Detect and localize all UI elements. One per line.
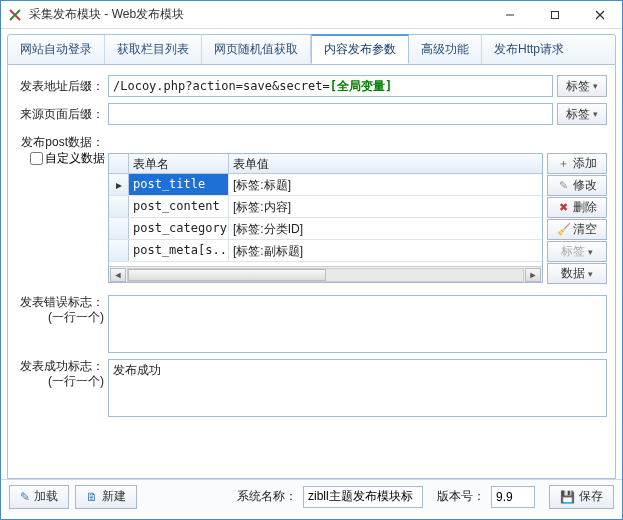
- error-flag-label: 发表错误标志： (一行一个): [16, 295, 108, 325]
- delete-button[interactable]: ✖ 删除: [547, 197, 607, 218]
- titlebar: 采集发布模块 - Web发布模块: [1, 1, 622, 29]
- grid-side-buttons: ＋ 添加 ✎ 修改 ✖ 删除 🧹 清空: [547, 153, 607, 285]
- row-field-name[interactable]: post_meta[s...: [129, 240, 229, 261]
- publish-url-suffix-label: 发表地址后缀：: [16, 75, 108, 95]
- tab-5[interactable]: 发布Http请求: [482, 35, 576, 64]
- window-title: 采集发布模块 - Web发布模块: [29, 6, 487, 23]
- success-flag-label: 发表成功标志： (一行一个): [16, 359, 108, 389]
- row-field-name[interactable]: post_category: [129, 218, 229, 239]
- row-custom-data: 自定义数据: [16, 149, 108, 168]
- scroll-left-icon[interactable]: ◄: [110, 268, 126, 282]
- tab-4[interactable]: 高级功能: [409, 35, 482, 64]
- tags-side-button[interactable]: 标签 ▾: [547, 241, 607, 262]
- scroll-thumb[interactable]: [128, 269, 326, 281]
- grid-horizontal-scrollbar[interactable]: ◄ ►: [109, 266, 542, 282]
- publish-url-suffix-value-pre: /Locoy.php?action=save&secret=: [113, 79, 330, 93]
- table-row[interactable]: post_content[标签:内容]: [109, 196, 542, 218]
- add-button[interactable]: ＋ 添加: [547, 153, 607, 174]
- tabs-container: 网站自动登录获取栏目列表网页随机值获取内容发布参数高级功能发布Http请求 发表…: [1, 29, 622, 479]
- tab-1[interactable]: 获取栏目列表: [105, 35, 202, 64]
- tab-0[interactable]: 网站自动登录: [8, 35, 105, 64]
- load-button[interactable]: ✎ 加载: [9, 485, 69, 509]
- tab-2[interactable]: 网页随机值获取: [202, 35, 311, 64]
- row-referer-suffix: 来源页面后缀： 标签▾: [16, 103, 607, 125]
- maximize-button[interactable]: [532, 1, 577, 28]
- app-icon: [7, 7, 23, 23]
- scroll-right-icon[interactable]: ►: [525, 268, 541, 282]
- tags-dropdown-2[interactable]: 标签▾: [557, 103, 607, 125]
- minimize-button[interactable]: [487, 1, 532, 28]
- grid-header-value[interactable]: 表单值: [229, 154, 542, 173]
- publish-url-suffix-input[interactable]: /Locoy.php?action=save&secret=[全局变量]: [108, 75, 553, 97]
- grid-header-name[interactable]: 表单名: [129, 154, 229, 173]
- window-buttons: [487, 1, 622, 28]
- row-publish-url-suffix: 发表地址后缀： /Locoy.php?action=save&secret=[全…: [16, 75, 607, 97]
- grid-body: ▸post_title[标签:标题]post_content[标签:内容]pos…: [109, 174, 542, 266]
- referer-suffix-input[interactable]: [108, 103, 553, 125]
- version-label: 版本号：: [437, 488, 485, 505]
- row-field-value[interactable]: [标签:内容]: [229, 196, 542, 217]
- chevron-down-icon: ▾: [588, 269, 593, 279]
- chevron-down-icon: ▾: [593, 109, 598, 119]
- tab-content-publish-params: 发表地址后缀： /Locoy.php?action=save&secret=[全…: [7, 65, 616, 479]
- row-field-name[interactable]: post_content: [129, 196, 229, 217]
- tab-strip: 网站自动登录获取栏目列表网页随机值获取内容发布参数高级功能发布Http请求: [7, 34, 616, 65]
- table-row[interactable]: post_meta[s...[标签:副标题]: [109, 240, 542, 262]
- row-field-name[interactable]: post_title: [129, 174, 229, 195]
- post-data-label: 发布post数据：: [16, 131, 108, 151]
- close-button[interactable]: [577, 1, 622, 28]
- tab-3[interactable]: 内容发布参数: [311, 34, 409, 64]
- custom-data-checkbox-label[interactable]: 自定义数据: [26, 149, 105, 168]
- scroll-track[interactable]: [127, 268, 524, 282]
- pencil-icon: ✎: [558, 179, 570, 192]
- table-row[interactable]: ▸post_title[标签:标题]: [109, 174, 542, 196]
- bottom-bar: ✎ 加载 🗎 新建 系统名称： 版本号： 💾 保存: [1, 479, 622, 513]
- chevron-down-icon: ▾: [588, 247, 593, 257]
- data-side-button[interactable]: 数据 ▾: [547, 263, 607, 284]
- row-indicator: ▸: [109, 174, 129, 195]
- grid-header-selector[interactable]: [109, 154, 129, 173]
- plus-icon: ＋: [558, 156, 570, 171]
- row-indicator: [109, 240, 129, 261]
- tags-dropdown-1[interactable]: 标签▾: [557, 75, 607, 97]
- chevron-down-icon: ▾: [593, 81, 598, 91]
- save-button[interactable]: 💾 保存: [549, 485, 614, 509]
- row-success-flag: 发表成功标志： (一行一个): [16, 359, 607, 417]
- row-field-value[interactable]: [标签:标题]: [229, 174, 542, 195]
- sysname-label: 系统名称：: [237, 488, 297, 505]
- edit-icon: ✎: [20, 490, 30, 504]
- broom-icon: 🧹: [558, 223, 570, 236]
- app-window: 采集发布模块 - Web发布模块 网站自动登录获取栏目列表网页随机值获取内容发布…: [0, 0, 623, 520]
- error-flag-textarea[interactable]: [108, 295, 607, 353]
- custom-data-checkbox[interactable]: [30, 152, 43, 165]
- svg-rect-3: [551, 11, 558, 18]
- x-icon: ✖: [558, 201, 570, 214]
- grid-header: 表单名 表单值: [109, 154, 542, 174]
- row-field-value[interactable]: [标签:副标题]: [229, 240, 542, 261]
- clear-button[interactable]: 🧹 清空: [547, 219, 607, 240]
- sysname-input[interactable]: [303, 486, 423, 508]
- floppy-icon: 💾: [560, 490, 575, 504]
- row-error-flag: 发表错误标志： (一行一个): [16, 295, 607, 353]
- row-field-value[interactable]: [标签:分类ID]: [229, 218, 542, 239]
- referer-suffix-label: 来源页面后缀：: [16, 103, 108, 123]
- post-fields-grid: 表单名 表单值 ▸post_title[标签:标题]post_content[标…: [108, 153, 543, 283]
- row-indicator: [109, 218, 129, 239]
- version-input[interactable]: [491, 486, 535, 508]
- publish-url-suffix-value-tag: [全局变量]: [330, 79, 392, 93]
- table-row[interactable]: post_category[标签:分类ID]: [109, 218, 542, 240]
- post-fields-area: 表单名 表单值 ▸post_title[标签:标题]post_content[标…: [108, 153, 607, 285]
- row-postdata-label: 发布post数据：: [16, 131, 607, 151]
- success-flag-textarea[interactable]: [108, 359, 607, 417]
- row-indicator: [109, 196, 129, 217]
- edit-button[interactable]: ✎ 修改: [547, 175, 607, 196]
- new-button[interactable]: 🗎 新建: [75, 485, 137, 509]
- file-icon: 🗎: [86, 490, 98, 504]
